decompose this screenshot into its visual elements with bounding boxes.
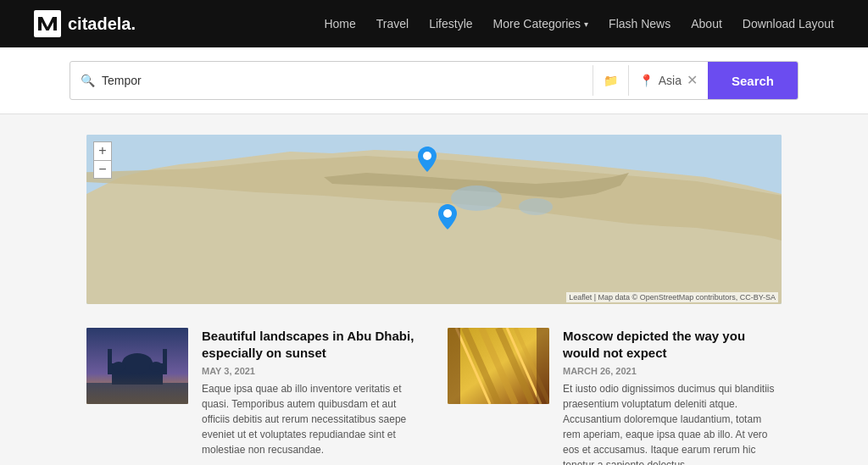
zoom-in-button[interactable]: + — [93, 141, 112, 160]
article-meta-moscow: MARCH 26, 2021 — [563, 366, 782, 376]
svg-rect-25 — [537, 328, 549, 404]
search-input-area: 🔍 — [70, 65, 593, 96]
location-value: Asia — [659, 74, 682, 87]
svg-rect-0 — [34, 10, 61, 37]
main-nav: Home Travel Lifestyle More Categories ▾ … — [324, 17, 834, 30]
search-bar: 🔍 📁 📍 Asia ✕ Search — [70, 61, 798, 100]
search-icon: 🔍 — [81, 74, 95, 87]
nav-more-categories[interactable]: More Categories ▾ — [493, 17, 589, 30]
map-attribution: Leaflet | Map data © OpenStreetMap contr… — [566, 292, 778, 302]
svg-point-2 — [451, 185, 502, 211]
location-area: 📍 Asia ✕ — [629, 74, 708, 87]
location-pin-icon: 📍 — [639, 74, 654, 87]
svg-point-4 — [423, 152, 431, 160]
nav-about[interactable]: About — [691, 17, 722, 30]
location-clear-button[interactable]: ✕ — [687, 74, 698, 87]
map-pin-2[interactable] — [438, 204, 457, 230]
map-controls: + − — [93, 141, 112, 179]
article-title-abu-dhabi[interactable]: Beautiful landscapes in Abu Dhabi, espec… — [202, 328, 420, 361]
svg-rect-8 — [86, 383, 188, 404]
articles-row: Beautiful landscapes in Abu Dhabi, espec… — [86, 328, 782, 465]
article-thumb-moscow[interactable] — [448, 328, 549, 404]
search-input[interactable] — [102, 65, 582, 96]
nav-travel[interactable]: Travel — [376, 17, 409, 30]
folder-button[interactable]: 📁 — [593, 74, 628, 87]
nav-flash-news[interactable]: Flash News — [609, 17, 670, 30]
svg-point-5 — [443, 209, 452, 218]
article-card-abu-dhabi: Beautiful landscapes in Abu Dhabi, espec… — [86, 328, 420, 465]
search-section: 🔍 📁 📍 Asia ✕ Search — [0, 47, 868, 114]
logo-icon — [34, 10, 61, 37]
article-title-moscow[interactable]: Moscow depicted the way you would not ex… — [563, 328, 782, 361]
article-excerpt-text-abu-dhabi: Eaque ipsa quae ab illo inventore verita… — [202, 381, 420, 457]
svg-point-12 — [149, 362, 163, 372]
nav-home[interactable]: Home — [324, 17, 355, 30]
article-card-moscow: Moscow depicted the way you would not ex… — [448, 328, 782, 465]
svg-point-10 — [122, 353, 153, 374]
article-date-abu-dhabi: MAY 3, 2021 — [202, 366, 255, 376]
article-date-moscow: MARCH 26, 2021 — [563, 366, 637, 376]
article-thumb-abu-dhabi[interactable] — [86, 328, 188, 404]
main-content: + − Leaflet | Map data © OpenStreetMap c… — [70, 135, 798, 465]
article-excerpt-text-moscow: Et iusto odio dignissimos ducimus qui bl… — [563, 381, 782, 465]
article-content-abu-dhabi: Beautiful landscapes in Abu Dhabi, espec… — [202, 328, 420, 465]
chevron-down-icon: ▾ — [584, 19, 588, 29]
svg-point-3 — [519, 198, 553, 215]
svg-rect-24 — [448, 328, 460, 404]
nav-download-layout[interactable]: Download Layout — [743, 17, 834, 30]
logo-name: citadela. — [68, 14, 136, 34]
search-button[interactable]: Search — [708, 62, 798, 99]
header: citadela. Home Travel Lifestyle More Cat… — [0, 0, 868, 47]
article-meta-abu-dhabi: MAY 3, 2021 — [202, 366, 420, 376]
map-pin-1[interactable] — [418, 147, 437, 172]
folder-icon: 📁 — [604, 74, 618, 87]
svg-point-11 — [112, 362, 125, 372]
map-container: + − Leaflet | Map data © OpenStreetMap c… — [86, 135, 782, 304]
article-content-moscow: Moscow depicted the way you would not ex… — [563, 328, 782, 465]
nav-lifestyle[interactable]: Lifestyle — [429, 17, 472, 30]
zoom-out-button[interactable]: − — [93, 160, 112, 179]
logo-area[interactable]: citadela. — [34, 10, 136, 37]
